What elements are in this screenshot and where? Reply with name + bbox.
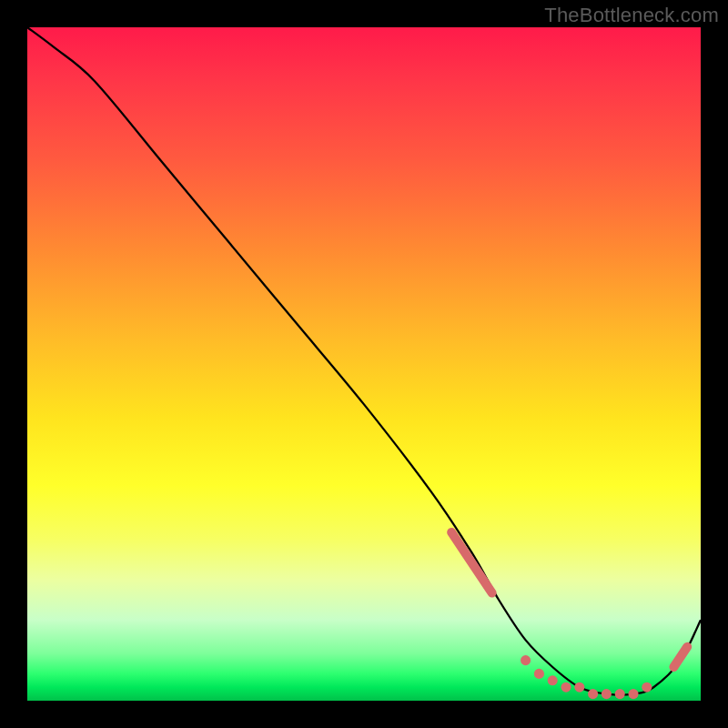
data-marker xyxy=(602,689,612,699)
curve-svg xyxy=(27,27,701,701)
data-marker xyxy=(615,689,625,699)
chart-container: TheBottleneck.com xyxy=(0,0,728,728)
watermark-text: TheBottleneck.com xyxy=(544,4,719,27)
data-marker xyxy=(548,675,558,685)
data-marker xyxy=(628,689,638,699)
data-marker xyxy=(588,689,598,699)
data-marker-segment xyxy=(451,532,491,593)
data-marker xyxy=(561,682,571,693)
data-marker-segment xyxy=(673,647,687,667)
marker-group xyxy=(451,532,687,699)
data-marker xyxy=(642,682,652,693)
bottleneck-curve xyxy=(27,27,701,695)
plot-area xyxy=(27,27,701,701)
data-marker xyxy=(521,655,531,665)
data-marker xyxy=(534,669,544,679)
data-marker xyxy=(574,682,584,693)
